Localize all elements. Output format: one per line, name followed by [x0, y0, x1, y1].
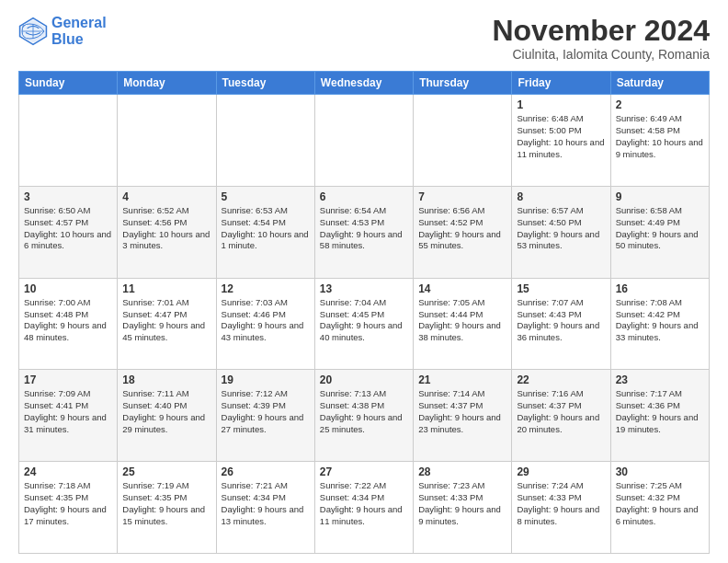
calendar-cell: 26Sunrise: 7:21 AM Sunset: 4:34 PM Dayli…: [216, 462, 314, 554]
calendar-cell: 21Sunrise: 7:14 AM Sunset: 4:37 PM Dayli…: [414, 370, 512, 462]
day-number: 16: [616, 282, 704, 295]
day-info: Sunrise: 7:23 AM Sunset: 4:33 PM Dayligh…: [418, 480, 506, 527]
day-number: 19: [222, 373, 310, 386]
calendar-week-3: 10Sunrise: 7:00 AM Sunset: 4:48 PM Dayli…: [19, 278, 710, 370]
calendar-table: Sunday Monday Tuesday Wednesday Thursday…: [18, 71, 710, 554]
calendar-cell: [314, 95, 413, 187]
day-info: Sunrise: 7:21 AM Sunset: 4:34 PM Dayligh…: [222, 480, 310, 527]
calendar-cell: 5Sunrise: 6:53 AM Sunset: 4:54 PM Daylig…: [216, 186, 314, 278]
day-info: Sunrise: 6:49 AM Sunset: 4:58 PM Dayligh…: [616, 113, 704, 160]
day-number: 4: [122, 190, 210, 203]
calendar-cell: 25Sunrise: 7:19 AM Sunset: 4:35 PM Dayli…: [118, 462, 216, 554]
day-info: Sunrise: 6:57 AM Sunset: 4:50 PM Dayligh…: [517, 205, 605, 252]
day-number: 27: [320, 465, 408, 478]
calendar-cell: 22Sunrise: 7:16 AM Sunset: 4:37 PM Dayli…: [512, 370, 610, 462]
day-info: Sunrise: 7:25 AM Sunset: 4:32 PM Dayligh…: [616, 480, 704, 527]
calendar-header: Sunday Monday Tuesday Wednesday Thursday…: [19, 72, 710, 95]
day-info: Sunrise: 7:09 AM Sunset: 4:41 PM Dayligh…: [24, 388, 112, 435]
calendar-cell: 30Sunrise: 7:25 AM Sunset: 4:32 PM Dayli…: [610, 462, 709, 554]
calendar-cell: 27Sunrise: 7:22 AM Sunset: 4:34 PM Dayli…: [314, 462, 413, 554]
day-number: 2: [616, 98, 704, 111]
day-number: 22: [517, 373, 605, 386]
page: G General Blue November 2024 Ciulnita, I…: [0, 0, 728, 563]
calendar-cell: [216, 95, 314, 187]
day-number: 24: [24, 465, 112, 478]
calendar-week-5: 24Sunrise: 7:18 AM Sunset: 4:35 PM Dayli…: [19, 462, 710, 554]
calendar-week-4: 17Sunrise: 7:09 AM Sunset: 4:41 PM Dayli…: [19, 370, 710, 462]
calendar-cell: 14Sunrise: 7:05 AM Sunset: 4:44 PM Dayli…: [414, 278, 512, 370]
day-number: 17: [24, 373, 112, 386]
day-number: 10: [24, 282, 112, 295]
day-info: Sunrise: 7:24 AM Sunset: 4:33 PM Dayligh…: [517, 480, 605, 527]
logo-line2: Blue: [51, 31, 84, 47]
day-number: 1: [517, 98, 605, 111]
day-info: Sunrise: 7:16 AM Sunset: 4:37 PM Dayligh…: [517, 388, 605, 435]
col-friday: Friday: [512, 72, 610, 95]
logo: G General Blue: [18, 15, 107, 47]
calendar-cell: [414, 95, 512, 187]
calendar-week-2: 3Sunrise: 6:50 AM Sunset: 4:57 PM Daylig…: [19, 186, 710, 278]
calendar-cell: 20Sunrise: 7:13 AM Sunset: 4:38 PM Dayli…: [314, 370, 413, 462]
calendar-week-1: 1Sunrise: 6:48 AM Sunset: 5:00 PM Daylig…: [19, 95, 710, 187]
day-number: 3: [24, 190, 112, 203]
header-row: Sunday Monday Tuesday Wednesday Thursday…: [19, 72, 710, 95]
calendar-cell: 10Sunrise: 7:00 AM Sunset: 4:48 PM Dayli…: [19, 278, 118, 370]
day-info: Sunrise: 7:01 AM Sunset: 4:47 PM Dayligh…: [122, 297, 210, 344]
main-title: November 2024: [492, 15, 710, 47]
day-number: 9: [616, 190, 704, 203]
day-info: Sunrise: 7:19 AM Sunset: 4:35 PM Dayligh…: [122, 480, 210, 527]
logo-line1: General: [51, 15, 107, 30]
calendar-cell: 18Sunrise: 7:11 AM Sunset: 4:40 PM Dayli…: [118, 370, 216, 462]
day-info: Sunrise: 6:52 AM Sunset: 4:56 PM Dayligh…: [122, 205, 210, 252]
col-wednesday: Wednesday: [314, 72, 413, 95]
day-info: Sunrise: 6:48 AM Sunset: 5:00 PM Dayligh…: [517, 113, 605, 160]
day-info: Sunrise: 7:13 AM Sunset: 4:38 PM Dayligh…: [320, 388, 408, 435]
day-info: Sunrise: 7:04 AM Sunset: 4:45 PM Dayligh…: [320, 297, 408, 344]
day-info: Sunrise: 7:03 AM Sunset: 4:46 PM Dayligh…: [222, 297, 310, 344]
calendar-cell: 2Sunrise: 6:49 AM Sunset: 4:58 PM Daylig…: [610, 95, 709, 187]
day-info: Sunrise: 7:22 AM Sunset: 4:34 PM Dayligh…: [320, 480, 408, 527]
day-info: Sunrise: 7:11 AM Sunset: 4:40 PM Dayligh…: [122, 388, 210, 435]
day-info: Sunrise: 6:50 AM Sunset: 4:57 PM Dayligh…: [24, 205, 112, 252]
calendar-cell: 7Sunrise: 6:56 AM Sunset: 4:52 PM Daylig…: [414, 186, 512, 278]
day-number: 5: [222, 190, 310, 203]
day-number: 28: [418, 465, 506, 478]
calendar-cell: 17Sunrise: 7:09 AM Sunset: 4:41 PM Dayli…: [19, 370, 118, 462]
calendar-cell: 3Sunrise: 6:50 AM Sunset: 4:57 PM Daylig…: [19, 186, 118, 278]
day-info: Sunrise: 6:56 AM Sunset: 4:52 PM Dayligh…: [418, 205, 506, 252]
day-info: Sunrise: 7:05 AM Sunset: 4:44 PM Dayligh…: [418, 297, 506, 344]
calendar-cell: 24Sunrise: 7:18 AM Sunset: 4:35 PM Dayli…: [19, 462, 118, 554]
day-info: Sunrise: 6:53 AM Sunset: 4:54 PM Dayligh…: [222, 205, 310, 252]
day-number: 21: [418, 373, 506, 386]
calendar-cell: 23Sunrise: 7:17 AM Sunset: 4:36 PM Dayli…: [610, 370, 709, 462]
day-info: Sunrise: 7:08 AM Sunset: 4:42 PM Dayligh…: [616, 297, 704, 344]
col-monday: Monday: [118, 72, 216, 95]
day-number: 20: [320, 373, 408, 386]
day-number: 18: [122, 373, 210, 386]
day-number: 11: [122, 282, 210, 295]
calendar-body: 1Sunrise: 6:48 AM Sunset: 5:00 PM Daylig…: [19, 95, 710, 554]
calendar-cell: 12Sunrise: 7:03 AM Sunset: 4:46 PM Dayli…: [216, 278, 314, 370]
calendar-cell: 28Sunrise: 7:23 AM Sunset: 4:33 PM Dayli…: [414, 462, 512, 554]
calendar-cell: 15Sunrise: 7:07 AM Sunset: 4:43 PM Dayli…: [512, 278, 610, 370]
calendar-cell: 11Sunrise: 7:01 AM Sunset: 4:47 PM Dayli…: [118, 278, 216, 370]
calendar-cell: 16Sunrise: 7:08 AM Sunset: 4:42 PM Dayli…: [610, 278, 709, 370]
day-number: 8: [517, 190, 605, 203]
day-number: 12: [222, 282, 310, 295]
day-info: Sunrise: 7:17 AM Sunset: 4:36 PM Dayligh…: [616, 388, 704, 435]
day-number: 25: [122, 465, 210, 478]
calendar-cell: 6Sunrise: 6:54 AM Sunset: 4:53 PM Daylig…: [314, 186, 413, 278]
logo-icon: G: [18, 17, 48, 46]
calendar-cell: 9Sunrise: 6:58 AM Sunset: 4:49 PM Daylig…: [610, 186, 709, 278]
logo-text: General Blue: [51, 15, 107, 47]
day-number: 30: [616, 465, 704, 478]
subtitle: Ciulnita, Ialomita County, Romania: [492, 47, 710, 62]
col-tuesday: Tuesday: [216, 72, 314, 95]
day-info: Sunrise: 7:00 AM Sunset: 4:48 PM Dayligh…: [24, 297, 112, 344]
day-info: Sunrise: 6:58 AM Sunset: 4:49 PM Dayligh…: [616, 205, 704, 252]
calendar-cell: 1Sunrise: 6:48 AM Sunset: 5:00 PM Daylig…: [512, 95, 610, 187]
calendar-cell: 29Sunrise: 7:24 AM Sunset: 4:33 PM Dayli…: [512, 462, 610, 554]
day-number: 15: [517, 282, 605, 295]
day-number: 14: [418, 282, 506, 295]
day-info: Sunrise: 7:07 AM Sunset: 4:43 PM Dayligh…: [517, 297, 605, 344]
